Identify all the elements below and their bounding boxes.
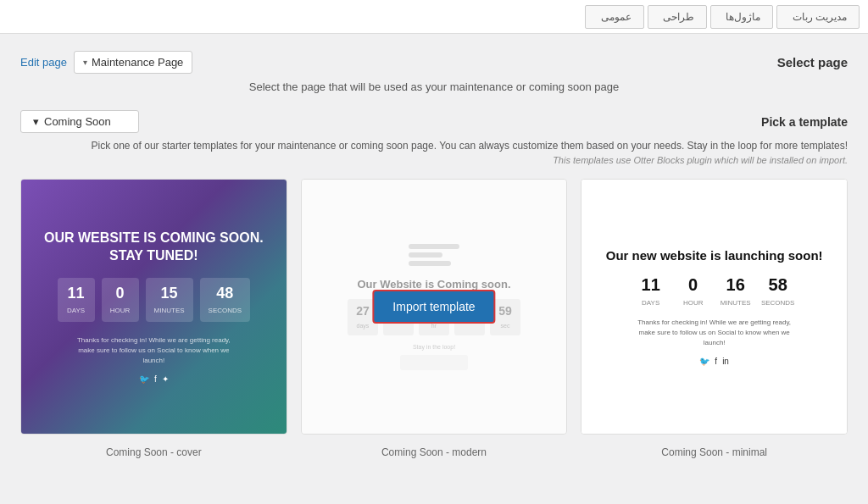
template-preview-minimal: Our new website is launching soon! 11 da… [581, 180, 847, 434]
maintenance-page-dropdown[interactable]: ▾ Maintenance Page [74, 51, 192, 74]
import-template-button[interactable]: Import template [372, 290, 495, 324]
chevron-down-icon: ▾ [33, 115, 39, 128]
facebook-icon: f [715, 357, 717, 366]
minimal-sec-lbl: Seconds [761, 299, 795, 307]
chevron-down-icon: ▾ [83, 58, 87, 67]
cover-minutes-lbl: Minutes [154, 307, 185, 314]
page-subtitle: Select the page that will be used as you… [20, 80, 848, 93]
cover-title: OUR WEBSITE IS COMING SOON. STAY TUNED! [38, 230, 270, 265]
template-card-minimal[interactable]: Our new website is launching soon! 11 da… [581, 179, 848, 435]
cover-seconds-lbl: Seconds [209, 307, 242, 314]
modern-desc: Stay in the loop! [413, 344, 455, 350]
cover-days-lbl: Days [67, 307, 85, 314]
pick-template-label: Pick a template [761, 115, 848, 129]
modern-days-num: 27 [354, 304, 371, 318]
select-page-label: Select page [777, 55, 848, 69]
tab-design[interactable]: طراحی ‌ [648, 5, 707, 29]
cover-hour-num: 0 [110, 285, 131, 302]
maintenance-page-label: Maintenance Page [92, 56, 183, 69]
facebook-icon: f [154, 374, 157, 384]
minimal-days-lbl: days [642, 299, 659, 307]
template-label-modern: Coming Soon - modern [301, 441, 568, 463]
cover-minutes-box: 15 Minutes [146, 278, 193, 322]
globe-icon: ✦ [162, 374, 169, 384]
coming-soon-dropdown-label: Coming Soon [44, 115, 111, 128]
modern-days-lbl: days [357, 323, 370, 329]
minimal-min-lbl: Minutes [721, 299, 751, 307]
cover-countdown: 11 Days 0 Hour 15 Minutes 48 [58, 278, 251, 322]
minimal-hour-lbl: Hour [683, 299, 704, 307]
template-preview-cover: OUR WEBSITE IS COMING SOON. STAY TUNED! … [21, 180, 287, 434]
minimal-days-num: 11 [634, 275, 668, 295]
main-content: Edit page ▾ Maintenance Page Select page… [0, 34, 868, 480]
card-cover-content: OUR WEBSITE IS COMING SOON. STAY TUNED! … [21, 180, 287, 434]
twitter-icon: 🐦 [699, 357, 709, 366]
tab-general[interactable]: عمومی ‌ [585, 5, 643, 29]
import-button-overlay: Import template [372, 290, 495, 324]
minimal-hour-box: 0 Hour [676, 275, 710, 307]
template-section-header: ▾ Coming Soon Pick a template [20, 110, 848, 133]
modern-subscribe-placeholder [400, 355, 468, 370]
minimal-sec-num: 58 [761, 275, 795, 295]
tab-manage-bot[interactable]: مدیریت ربات ‌ [776, 5, 860, 29]
edit-page-link[interactable]: Edit page [20, 56, 67, 69]
minimal-days-box: 11 days [634, 275, 668, 307]
template-info-text: Pick one of our starter templates for yo… [20, 140, 848, 152]
minimal-min-box: 16 Minutes [719, 275, 753, 307]
minimal-hour-num: 0 [676, 275, 710, 295]
modern-sec-lbl: sec [501, 323, 510, 329]
maintenance-controls: Edit page ▾ Maintenance Page [20, 51, 192, 74]
cover-days-box: 11 Days [58, 278, 95, 322]
modern-sec-num: 59 [497, 304, 514, 318]
template-card-modern[interactable]: Our Website is Coming soon. 27 days : 00… [301, 179, 568, 435]
minimal-social-icons: 🐦 f in [699, 357, 729, 366]
coming-soon-filter-dropdown[interactable]: ▾ Coming Soon [20, 110, 139, 133]
cover-days-num: 11 [66, 285, 86, 302]
template-labels: Coming Soon - cover Coming Soon - modern… [20, 441, 848, 463]
template-label-minimal: Coming Soon - minimal [581, 441, 848, 463]
template-info-text-2: This templates use Otter Blocks plugin w… [20, 155, 848, 165]
top-navigation: عمومی ‌ طراحی ‌ ماژول‌ها ‌ مدیریت ربات ‌ [0, 0, 868, 34]
templates-grid: OUR WEBSITE IS COMING SOON. STAY TUNED! … [20, 179, 848, 435]
minimal-desc: Thanks for checking in! While we are get… [630, 318, 799, 348]
cover-social-icons: 🐦 f ✦ [139, 374, 169, 384]
cover-hour-box: 0 Hour [102, 278, 139, 322]
cover-desc: Thanks for checking in! While we are get… [69, 335, 238, 366]
card-minimal-content: Our new website is launching soon! 11 da… [581, 180, 847, 434]
cover-hour-lbl: Hour [110, 307, 131, 314]
minimal-title: Our new website is launching soon! [606, 247, 823, 264]
cover-minutes-num: 15 [154, 285, 185, 302]
header-row: Edit page ▾ Maintenance Page Select page [20, 51, 848, 74]
cover-seconds-box: 48 Seconds [200, 278, 251, 322]
tab-modules[interactable]: ماژول‌ها ‌ [710, 5, 773, 29]
template-card-cover[interactable]: OUR WEBSITE IS COMING SOON. STAY TUNED! … [20, 179, 287, 435]
minimal-sec-box: 58 Seconds [761, 275, 795, 307]
modern-title: Our Website is Coming soon. [357, 278, 510, 291]
modern-icon [409, 244, 459, 269]
twitter-icon: 🐦 [139, 374, 149, 384]
template-label-cover: Coming Soon - cover [20, 441, 287, 463]
linkedin-icon: in [722, 357, 729, 366]
cover-seconds-num: 48 [209, 285, 242, 302]
minimal-countdown: 11 days 0 Hour 16 Minutes 58 [634, 275, 795, 307]
minimal-min-num: 16 [719, 275, 753, 295]
